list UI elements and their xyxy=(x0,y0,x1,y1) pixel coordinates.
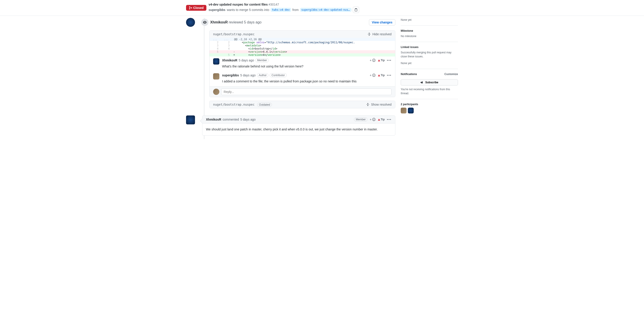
outdated-badge: Outdated xyxy=(257,103,272,107)
add-reaction-button[interactable]: + xyxy=(370,58,376,62)
diff-table: ... ... @@ -2,16 +2,16 @@ 2 2 <package x… xyxy=(210,38,395,56)
triangle-icon xyxy=(378,59,380,61)
diff-line: 2 2 <package xmlns="http://schemas.micro… xyxy=(210,41,395,44)
commenter-avatar[interactable] xyxy=(186,116,195,124)
comment-time[interactable]: 5 days ago xyxy=(240,118,256,121)
add-reaction-button[interactable]: + xyxy=(370,118,376,121)
show-resolved-toggle[interactable]: Show resolved xyxy=(366,103,392,106)
smiley-icon xyxy=(372,73,376,77)
hunk-header-row: ... ... @@ -2,16 +2,16 @@ xyxy=(210,38,395,41)
participant-avatar[interactable] xyxy=(401,108,406,113)
sidebar-participants-heading: 2 participants xyxy=(401,103,458,106)
customize-link[interactable]: Customize xyxy=(444,73,458,76)
sidebar-none-yet: None yet xyxy=(401,18,458,22)
file-path[interactable]: nuget/bootstrap.nuspec xyxy=(213,103,254,106)
commenter-name[interactable]: XhmikosR xyxy=(206,118,221,121)
svg-point-0 xyxy=(372,59,375,62)
member-badge: Member xyxy=(255,58,269,62)
pr-state-text: Closed xyxy=(193,6,204,9)
copy-branch-button[interactable] xyxy=(353,7,359,13)
tip-button[interactable]: Tip xyxy=(378,59,385,62)
sticky-pr-header: Closed v4-dev updated nuspec for content… xyxy=(0,0,644,16)
git-pull-request-icon xyxy=(189,6,192,9)
commenter-name[interactable]: supergibbs xyxy=(222,73,239,77)
review-block: XhmikosR reviewed 5 days ago View change… xyxy=(186,18,395,108)
contributor-badge: Contributor xyxy=(270,73,286,77)
add-reaction-button[interactable]: + xyxy=(370,73,376,77)
sidebar-notifications-heading: Notifications xyxy=(401,73,417,76)
sidebar-linked-none: None yet xyxy=(401,61,458,65)
reply-input[interactable] xyxy=(221,88,392,95)
review-icon-badge xyxy=(201,19,208,26)
pr-title[interactable]: v4-dev updated nuspec for content files xyxy=(209,3,268,6)
svg-point-1 xyxy=(373,60,373,60)
view-changes-button[interactable]: View changes xyxy=(369,19,395,25)
comment-menu-button[interactable]: ••• xyxy=(387,58,392,62)
megaphone-icon xyxy=(420,81,424,84)
comment-body: We should just land one patch in master,… xyxy=(202,124,395,135)
diff-file-box-collapsed: nuget/bootstrap.nuspec Outdated Show res… xyxy=(209,101,395,108)
unfold-icon xyxy=(368,32,371,36)
diff-line-deleted: 5 - <version>4.4.1</version> xyxy=(210,50,395,53)
reply-row xyxy=(210,86,395,97)
svg-point-6 xyxy=(372,118,375,121)
notifications-note: You're not receiving notifications from … xyxy=(401,87,458,95)
commenter-name[interactable]: XhmikosR xyxy=(222,58,237,62)
tip-button[interactable]: Tip xyxy=(378,74,385,77)
pr-title-line: v4-dev updated nuspec for content files … xyxy=(209,3,359,6)
review-time[interactable]: 5 days ago xyxy=(244,20,262,24)
current-user-avatar[interactable] xyxy=(213,89,219,95)
triangle-icon xyxy=(378,74,380,76)
commenter-avatar[interactable] xyxy=(213,73,219,79)
comment-body: I added a comment to the file; the versi… xyxy=(222,78,392,85)
tip-button[interactable]: Tip xyxy=(378,118,385,121)
pr-number: #30147 xyxy=(268,3,279,6)
pr-state-badge: Closed xyxy=(186,5,206,11)
smiley-icon xyxy=(372,58,376,62)
unfold-icon xyxy=(366,103,370,106)
sidebar-linked-heading[interactable]: Linked issues xyxy=(401,46,458,49)
sidebar-milestone-heading[interactable]: Milestone xyxy=(401,29,458,32)
diff-line: 4 4 <id>bootstrap</id> xyxy=(210,47,395,50)
sidebar-linked-description: Successfully merging this pull request m… xyxy=(401,50,458,58)
smiley-icon xyxy=(372,118,376,121)
commenter-avatar[interactable] xyxy=(213,58,219,65)
reviewer-name[interactable]: XhmikosR xyxy=(210,20,228,24)
triangle-icon xyxy=(378,119,380,121)
hide-resolved-toggle[interactable]: Hide resolved xyxy=(368,32,392,36)
head-branch[interactable]: supergibbs:v4-dev-updated-nuspec-cont… xyxy=(300,8,352,12)
svg-point-3 xyxy=(372,74,375,77)
review-comment: supergibbs 5 days ago Author Contributor… xyxy=(210,71,395,86)
sidebar-milestone-value: No milestone xyxy=(401,34,458,38)
sidebar: None yet Milestone No milestone Linked i… xyxy=(401,18,458,139)
eye-icon xyxy=(203,20,206,24)
clipboard-icon xyxy=(354,8,358,12)
comment-time[interactable]: 5 days ago xyxy=(238,58,254,62)
review-comment: XhmikosR 5 days ago Member + Tip ••• xyxy=(210,56,395,71)
subscribe-button[interactable]: Subscribe xyxy=(401,79,458,86)
svg-point-2 xyxy=(374,60,374,60)
reviewer-avatar[interactable] xyxy=(186,18,195,27)
file-path[interactable]: nuget/bootstrap.nuspec xyxy=(213,32,254,36)
merge-author[interactable]: supergibbs xyxy=(209,8,226,12)
svg-point-7 xyxy=(373,119,373,119)
svg-point-8 xyxy=(374,119,374,119)
author-badge: Author xyxy=(257,73,268,77)
diff-file-box: nuget/bootstrap.nuspec Hide resolved ...… xyxy=(209,30,395,97)
base-branch[interactable]: twbs:v4-dev xyxy=(270,8,291,12)
timeline-comment: XhmikosR commented 5 days ago Member + T… xyxy=(186,116,395,136)
comment-time[interactable]: 5 days ago xyxy=(240,73,256,77)
diff-line-added: 5 + <version>4</version> xyxy=(210,53,395,56)
pr-merge-subtitle: supergibbs wants to merge 5 commits into… xyxy=(209,7,359,13)
participant-avatar[interactable] xyxy=(408,108,414,113)
comment-body: What's the rationale behind not using th… xyxy=(222,63,392,70)
comment-menu-button[interactable]: ••• xyxy=(387,73,392,77)
svg-point-4 xyxy=(373,75,373,75)
diff-line: 3 3 <metadata> xyxy=(210,44,395,47)
svg-point-5 xyxy=(374,75,374,75)
member-badge: Member xyxy=(354,118,368,122)
comment-menu-button[interactable]: ••• xyxy=(387,118,392,121)
